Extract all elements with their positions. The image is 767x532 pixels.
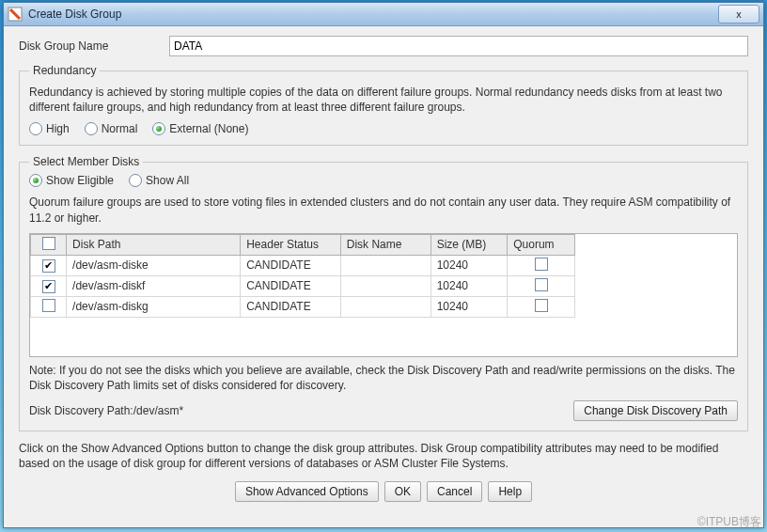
close-button[interactable]: x bbox=[718, 5, 759, 23]
cell-disk-name bbox=[340, 296, 430, 317]
redundancy-legend: Redundancy bbox=[29, 64, 100, 77]
help-button[interactable]: Help bbox=[488, 481, 532, 502]
discovery-path-value: /dev/asm* bbox=[133, 404, 183, 417]
quorum-desc: Quorum failure groups are used to store … bbox=[29, 195, 738, 225]
col-disk-name[interactable]: Disk Name bbox=[340, 234, 430, 255]
checkbox-icon bbox=[42, 299, 55, 312]
disk-group-name-label: Disk Group Name bbox=[19, 39, 169, 53]
show-options: Show Eligible Show All bbox=[29, 174, 738, 187]
button-row: Show Advanced Options OK Cancel Help bbox=[19, 481, 748, 502]
checkbox-icon bbox=[535, 278, 548, 291]
show-all[interactable]: Show All bbox=[129, 174, 189, 187]
disk-table: Disk Path Header Status Disk Name Size (… bbox=[30, 234, 575, 318]
discovery-note: Note: If you do not see the disks which … bbox=[29, 363, 738, 393]
select-disks-legend: Select Member Disks bbox=[29, 155, 143, 168]
table-row[interactable]: ✔/dev/asm-diskfCANDIDATE10240 bbox=[31, 275, 575, 296]
row-select-cell[interactable] bbox=[31, 296, 67, 317]
cell-quorum[interactable] bbox=[508, 296, 575, 317]
app-icon bbox=[8, 7, 23, 22]
cell-header-status: CANDIDATE bbox=[241, 275, 341, 296]
cell-size-mb: 10240 bbox=[430, 275, 508, 296]
redundancy-options: High Normal External (None) bbox=[29, 122, 738, 135]
radio-label: External (None) bbox=[169, 122, 248, 135]
radio-label: Show Eligible bbox=[46, 174, 114, 187]
cell-disk-path: /dev/asm-diskf bbox=[67, 275, 241, 296]
select-disks-group: Select Member Disks Show Eligible Show A… bbox=[19, 155, 748, 431]
redundancy-external[interactable]: External (None) bbox=[152, 122, 248, 135]
radio-icon bbox=[152, 122, 165, 135]
redundancy-high[interactable]: High bbox=[29, 122, 70, 135]
radio-icon bbox=[29, 174, 42, 187]
checkbox-icon: ✔ bbox=[42, 259, 55, 273]
cell-quorum[interactable] bbox=[508, 255, 575, 275]
disk-group-name-input[interactable] bbox=[169, 36, 748, 56]
cell-quorum[interactable] bbox=[508, 275, 575, 296]
ok-button[interactable]: OK bbox=[384, 481, 421, 502]
col-select[interactable] bbox=[31, 234, 67, 255]
col-disk-path[interactable]: Disk Path bbox=[67, 234, 241, 255]
discovery-row: Disk Discovery Path:/dev/asm* Change Dis… bbox=[29, 400, 738, 421]
cell-header-status: CANDIDATE bbox=[241, 255, 341, 275]
cell-disk-name bbox=[340, 275, 430, 296]
show-advanced-button[interactable]: Show Advanced Options bbox=[235, 481, 379, 502]
discovery-path-label: Disk Discovery Path: bbox=[29, 404, 133, 417]
cell-disk-name bbox=[340, 255, 430, 275]
show-eligible[interactable]: Show Eligible bbox=[29, 174, 114, 187]
table-row[interactable]: ✔/dev/asm-diskeCANDIDATE10240 bbox=[31, 255, 575, 275]
footer-desc: Click on the Show Advanced Options butto… bbox=[19, 441, 748, 471]
cell-size-mb: 10240 bbox=[430, 296, 508, 317]
watermark: ©ITPUB博客 bbox=[697, 514, 761, 530]
radio-label: Show All bbox=[146, 174, 189, 187]
disk-table-container: Disk Path Header Status Disk Name Size (… bbox=[29, 233, 738, 357]
radio-label: High bbox=[46, 122, 70, 135]
cell-size-mb: 10240 bbox=[430, 255, 508, 275]
radio-icon bbox=[29, 122, 42, 135]
cancel-button[interactable]: Cancel bbox=[427, 481, 482, 502]
table-header-row: Disk Path Header Status Disk Name Size (… bbox=[31, 234, 575, 255]
col-header-status[interactable]: Header Status bbox=[241, 234, 341, 255]
cell-disk-path: /dev/asm-diskg bbox=[67, 296, 241, 317]
radio-label: Normal bbox=[102, 122, 138, 135]
checkbox-icon: ✔ bbox=[42, 280, 55, 293]
redundancy-desc: Redundancy is achieved by storing multip… bbox=[29, 85, 738, 115]
col-size-mb[interactable]: Size (MB) bbox=[430, 234, 508, 255]
col-quorum[interactable]: Quorum bbox=[508, 234, 575, 255]
redundancy-normal[interactable]: Normal bbox=[85, 122, 138, 135]
dialog-content: Disk Group Name Redundancy Redundancy is… bbox=[4, 26, 763, 509]
radio-icon bbox=[85, 122, 98, 135]
dialog-window: Create Disk Group x Disk Group Name Redu… bbox=[3, 2, 764, 528]
checkbox-icon bbox=[535, 258, 548, 271]
row-select-cell[interactable]: ✔ bbox=[31, 275, 67, 296]
window-title: Create Disk Group bbox=[28, 8, 718, 21]
radio-icon bbox=[129, 174, 142, 187]
disk-group-name-row: Disk Group Name bbox=[19, 36, 748, 56]
table-row[interactable]: /dev/asm-diskgCANDIDATE10240 bbox=[31, 296, 575, 317]
discovery-path: Disk Discovery Path:/dev/asm* bbox=[29, 404, 183, 417]
checkbox-icon bbox=[42, 237, 55, 250]
cell-header-status: CANDIDATE bbox=[241, 296, 341, 317]
row-select-cell[interactable]: ✔ bbox=[31, 255, 67, 275]
redundancy-group: Redundancy Redundancy is achieved by sto… bbox=[19, 64, 748, 146]
cell-disk-path: /dev/asm-diske bbox=[67, 255, 241, 275]
checkbox-icon bbox=[535, 299, 548, 312]
titlebar: Create Disk Group x bbox=[4, 3, 763, 26]
change-discovery-path-button[interactable]: Change Disk Discovery Path bbox=[573, 400, 738, 421]
